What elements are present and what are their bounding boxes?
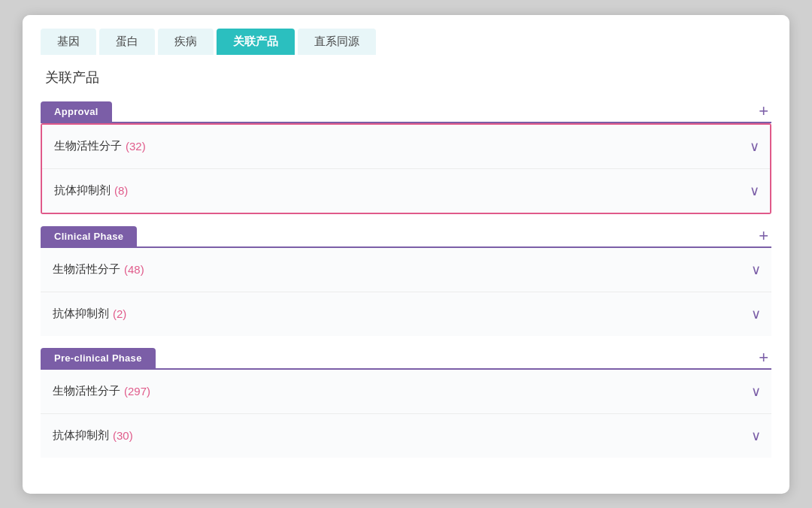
row-label-approval-1: 抗体抑制剂 — [54, 183, 111, 198]
tab-bar: 基因蛋白疾病关联产品直系同源 — [23, 15, 789, 55]
row-label-pre-clinical-phase-1: 抗体抑制剂 — [53, 428, 109, 443]
section-plus-pre-clinical-phase[interactable]: + — [759, 349, 771, 366]
section-approval: Approval+生物活性分子 (32)∨抗体抑制剂 (8)∨ — [41, 101, 771, 214]
row-count-pre-clinical-phase-1: (30) — [113, 429, 133, 442]
chevron-icon-clinical-phase-1: ∨ — [751, 306, 765, 322]
tab-关联产品[interactable]: 关联产品 — [217, 29, 295, 55]
section-header-clinical-phase: Clinical Phase+ — [41, 226, 771, 248]
section-label-approval: Approval — [41, 101, 112, 122]
row-item-approval-1[interactable]: 抗体抑制剂 (8)∨ — [42, 169, 770, 213]
row-label-pre-clinical-phase-0: 生物活性分子 — [53, 384, 120, 398]
row-count-approval-1: (8) — [114, 184, 128, 197]
row-item-clinical-phase-0[interactable]: 生物活性分子 (48)∨ — [41, 248, 771, 292]
main-window: 基因蛋白疾病关联产品直系同源 关联产品 Approval+生物活性分子 (32)… — [23, 15, 789, 494]
tab-基因[interactable]: 基因 — [41, 29, 96, 55]
rows-container-approval: 生物活性分子 (32)∨抗体抑制剂 (8)∨ — [41, 123, 771, 214]
tab-直系同源[interactable]: 直系同源 — [298, 29, 376, 55]
chevron-icon-pre-clinical-phase-1: ∨ — [751, 428, 765, 444]
row-count-pre-clinical-phase-0: (297) — [124, 385, 150, 398]
row-count-approval-0: (32) — [126, 140, 146, 153]
chevron-icon-approval-0: ∨ — [750, 138, 764, 155]
section-plus-clinical-phase[interactable]: + — [759, 228, 771, 244]
row-label-approval-0: 生物活性分子 — [54, 139, 122, 153]
tab-蛋白[interactable]: 蛋白 — [99, 29, 155, 55]
sections-container: Approval+生物活性分子 (32)∨抗体抑制剂 (8)∨Clinical … — [23, 101, 789, 458]
chevron-icon-clinical-phase-0: ∨ — [751, 262, 765, 278]
row-label-clinical-phase-0: 生物活性分子 — [53, 262, 120, 277]
section-clinical-phase: Clinical Phase+生物活性分子 (48)∨抗体抑制剂 (2)∨ — [41, 226, 771, 336]
section-label-pre-clinical-phase: Pre-clinical Phase — [41, 348, 156, 368]
section-header-approval: Approval+ — [41, 101, 771, 123]
row-count-clinical-phase-1: (2) — [113, 307, 126, 320]
row-item-approval-0[interactable]: 生物活性分子 (32)∨ — [42, 125, 770, 169]
row-item-pre-clinical-phase-0[interactable]: 生物活性分子 (297)∨ — [41, 370, 771, 414]
section-pre-clinical-phase: Pre-clinical Phase+生物活性分子 (297)∨抗体抑制剂 (3… — [41, 348, 771, 458]
rows-container-clinical-phase: 生物活性分子 (48)∨抗体抑制剂 (2)∨ — [41, 248, 771, 336]
chevron-icon-pre-clinical-phase-0: ∨ — [751, 383, 765, 400]
section-label-clinical-phase: Clinical Phase — [41, 226, 137, 246]
page-title: 关联产品 — [23, 55, 789, 94]
tab-疾病[interactable]: 疾病 — [158, 29, 214, 55]
row-item-pre-clinical-phase-1[interactable]: 抗体抑制剂 (30)∨ — [41, 414, 771, 458]
rows-container-pre-clinical-phase: 生物活性分子 (297)∨抗体抑制剂 (30)∨ — [41, 370, 771, 458]
row-count-clinical-phase-0: (48) — [124, 263, 144, 276]
section-header-pre-clinical-phase: Pre-clinical Phase+ — [41, 348, 771, 370]
row-item-clinical-phase-1[interactable]: 抗体抑制剂 (2)∨ — [41, 292, 771, 336]
row-label-clinical-phase-1: 抗体抑制剂 — [53, 307, 109, 321]
chevron-icon-approval-1: ∨ — [750, 183, 764, 199]
section-plus-approval[interactable]: + — [759, 103, 771, 119]
